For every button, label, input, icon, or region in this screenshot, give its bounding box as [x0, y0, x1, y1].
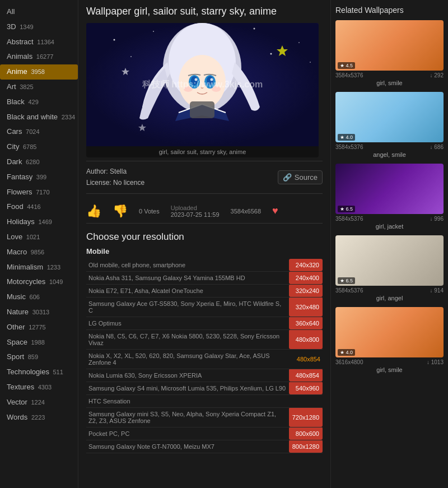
sidebar-item-textures[interactable]: Textures 4303 [0, 380, 78, 395]
resolution-link[interactable]: 480x854 [289, 369, 323, 382]
author-section: Author: Stella License: No licence 🔗 Sou… [86, 161, 323, 194]
sidebar-item-music[interactable]: Music 606 [0, 290, 78, 305]
resolution-link[interactable]: 360x640 [289, 317, 323, 329]
sidebar-item-dark[interactable]: Dark 6280 [0, 155, 78, 170]
related-caption: girl, smile [335, 80, 444, 86]
resolution-link[interactable]: 320x480 [289, 297, 323, 317]
device-name: Nokia X, X2, XL, 520, 620, 820, Samsung … [86, 349, 289, 369]
device-name: Nokia Asha 311, Samsung Galaxy S4 Yamina… [86, 271, 289, 284]
device-name: Nokia N8, C5, C6, C7, E7, X6 Nokia 5800,… [86, 329, 289, 349]
related-title: Related Wallpapers [335, 6, 444, 15]
sidebar-item-food[interactable]: Food 4416 [0, 199, 78, 215]
votes-count: 0 Votes [139, 208, 160, 215]
related-image: ★ 4.0 [335, 307, 444, 357]
table-row: Samsung Galaxy Note GT-N7000, Meizu MX7 … [86, 440, 323, 453]
related-caption: girl, smile [335, 366, 444, 373]
sidebar-item-minimalism[interactable]: Minimalism 1233 [0, 260, 78, 275]
thumbs-up-icon: 👍 [86, 204, 101, 219]
svg-point-5 [298, 42, 300, 43]
sidebar-item-fantasy[interactable]: Fantasy 399 [0, 170, 78, 185]
device-name: Samsung Galaxy Note GT-N7000, Meizu MX7 [86, 440, 289, 453]
resolution-link[interactable]: 800x600 [289, 427, 323, 440]
related-card[interactable]: ★ 4.0 3616x4800 ↓ 1013 girl, smile [335, 307, 444, 373]
resolution-link[interactable]: 480x800 [289, 329, 323, 349]
sidebar-item-nature[interactable]: Nature 30313 [0, 305, 78, 320]
resolution-text: 3584x5376 [335, 72, 363, 78]
sidebar-item-all[interactable]: All [0, 4, 78, 20]
related-image: ★ 6.5 [335, 164, 444, 214]
resolution-link[interactable]: 320x240 [289, 284, 323, 297]
related-meta: 3584x5376 ↓ 686 [335, 144, 444, 150]
resolution-text: 3584x5376 [335, 144, 363, 150]
thumbs-down-button[interactable]: 👎 [113, 204, 128, 219]
resolution-link[interactable]: 240x320 [289, 259, 323, 272]
sidebar-item-black-and-white[interactable]: Black and white 2334 [0, 110, 78, 125]
sidebar-item-other[interactable]: Other 12775 [0, 320, 78, 335]
device-name: Nokia E72, E71, Asha, Alcatel OneTouche [86, 284, 289, 297]
rating-badge: ★ 6.5 [338, 206, 355, 212]
sidebar-item-animals[interactable]: Animals 16277 [0, 49, 78, 64]
wallpaper-image: 科技师 https://www.3kjs.com [86, 23, 319, 146]
related-card[interactable]: ★ 4.5 3584x5376 ↓ 292 girl, smile [335, 20, 444, 86]
svg-point-13 [179, 55, 226, 109]
sidebar-item-macro[interactable]: Macro 9856 [0, 245, 78, 260]
mobile-section-title: Mobile [86, 247, 323, 255]
resolution-link[interactable]: 480x854 [289, 349, 323, 369]
related-caption: girl, jacket [335, 223, 444, 230]
resolution-section: Choose your resolution Mobile Old mobile… [86, 231, 323, 453]
related-image: ★ 4.0 [335, 92, 444, 142]
sidebar: All3D 1349Abstract 11364Animals 16277Ani… [0, 0, 78, 488]
rating-badge: ★ 4.0 [338, 134, 355, 141]
heart-icon: ♥ [272, 205, 278, 217]
svg-point-6 [270, 53, 272, 55]
sidebar-item-sport[interactable]: Sport 859 [0, 350, 78, 365]
resolution-link[interactable]: 540x960 [289, 382, 323, 394]
related-card[interactable]: ★ 4.0 3584x5376 ↓ 686 angel, smile [335, 92, 444, 158]
sidebar-item-art[interactable]: Art 3825 [0, 80, 78, 95]
right-panel: Related Wallpapers ★ 4.5 3584x5376 ↓ 292… [330, 0, 448, 488]
table-row: Nokia Lumia 630, Sony Ericsson XPERIA 48… [86, 369, 323, 382]
wallpaper-image-container: 科技师 https://www.3kjs.com girl, sailor su… [86, 23, 319, 157]
main-content: Wallpaper girl, sailor suit, starry sky,… [78, 0, 330, 488]
resolution-info: 3584x6568 [231, 208, 261, 215]
related-card[interactable]: ★ 6.5 3584x5376 ↓ 914 girl, angel [335, 235, 444, 301]
table-row: Nokia E72, E71, Asha, Alcatel OneTouche … [86, 284, 323, 297]
related-card[interactable]: ★ 6.5 3584x5376 ↓ 996 girl, jacket [335, 164, 444, 230]
resolution-title: Choose your resolution [86, 231, 323, 243]
thumbs-up-button[interactable]: 👍 [86, 204, 101, 219]
resolution-table: Old mobile, cell phone, smartphone 240x3… [86, 259, 323, 453]
sidebar-item-cars[interactable]: Cars 7024 [0, 124, 78, 140]
sidebar-item-3d[interactable]: 3D 1349 [0, 20, 78, 35]
sidebar-item-holidays[interactable]: Holidays 1469 [0, 215, 78, 230]
author-info: Author: Stella License: No licence [86, 166, 144, 189]
resolution-link[interactable]: 720x1280 [289, 407, 323, 427]
downloads-count: ↓ 292 [430, 72, 444, 78]
resolution-text: 3584x5376 [335, 216, 363, 222]
related-image: ★ 4.5 [335, 20, 444, 71]
sidebar-item-love[interactable]: Love 1021 [0, 230, 78, 245]
downloads-count: ↓ 996 [430, 216, 444, 222]
sidebar-item-technologies[interactable]: Technologies 511 [0, 365, 78, 380]
sidebar-item-words[interactable]: Words 2223 [0, 410, 78, 425]
sidebar-item-city[interactable]: City 6785 [0, 140, 78, 155]
sidebar-item-abstract[interactable]: Abstract 11364 [0, 35, 78, 50]
resolution-link[interactable]: 800x1280 [289, 440, 323, 453]
sidebar-item-motorcycles[interactable]: Motorcycles 1049 [0, 275, 78, 290]
related-meta: 3616x4800 ↓ 1013 [335, 359, 444, 365]
related-meta: 3584x5376 ↓ 292 [335, 72, 444, 78]
resolution-text: 3584x5376 [335, 287, 363, 294]
downloads-count: ↓ 914 [430, 287, 444, 294]
sidebar-item-anime[interactable]: Anime 3958 [0, 64, 78, 80]
rating-badge: ★ 4.5 [338, 62, 355, 69]
sidebar-item-flowers[interactable]: Flowers 7170 [0, 185, 78, 200]
link-icon: 🔗 [283, 173, 292, 182]
sidebar-item-black[interactable]: Black 429 [0, 95, 78, 110]
resolution-link[interactable]: 240x400 [289, 271, 323, 284]
source-button[interactable]: 🔗 Source [278, 170, 323, 184]
device-name: LG Optimus [86, 317, 289, 329]
svg-point-21 [212, 86, 221, 92]
sidebar-item-space[interactable]: Space 1988 [0, 335, 78, 350]
related-meta: 3584x5376 ↓ 914 [335, 287, 444, 294]
sidebar-item-vector[interactable]: Vector 1224 [0, 395, 78, 410]
svg-point-7 [130, 56, 132, 57]
